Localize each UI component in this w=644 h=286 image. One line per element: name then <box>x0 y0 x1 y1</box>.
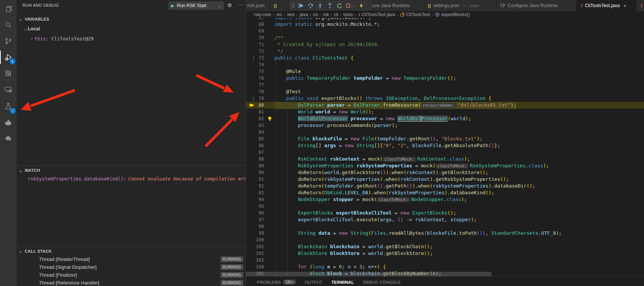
gutter-glyph-margin[interactable] <box>246 109 255 115</box>
gutter-glyph-margin[interactable] <box>246 210 255 216</box>
code-text[interactable]: NodeStopper stopper = mock(classToMock:N… <box>274 196 467 203</box>
code-line-95[interactable]: 95 <box>246 203 644 210</box>
gutter-glyph-margin[interactable] <box>246 122 255 129</box>
close-icon[interactable]: × <box>623 3 626 9</box>
code-line-73[interactable]: )73public class CliToolsTest { <box>246 55 644 61</box>
code-line-67[interactable]: 67import static org.junit.Assert.*; <box>246 18 644 21</box>
gutter-glyph-margin[interactable] <box>246 34 255 41</box>
code-text[interactable]: import static org.mockito.Mockito.*; <box>274 21 380 28</box>
code-line-79[interactable]: )79 public void exportBlocks() throws IO… <box>246 95 644 102</box>
gutter-glyph-margin[interactable] <box>246 169 255 176</box>
code-line-78[interactable]: 78 @Test <box>246 88 644 95</box>
gutter-glyph-margin[interactable] <box>246 264 255 270</box>
test-explorer-icon-item[interactable] <box>0 98 16 115</box>
code-line-69[interactable]: 69 <box>246 28 644 34</box>
code-text[interactable]: String data = new String(Files.readAllBy… <box>274 230 562 237</box>
call-stack-section-header[interactable]: ⌄ CALL STACK <box>16 247 246 255</box>
gutter-glyph-margin[interactable] <box>246 189 255 196</box>
code-line-70[interactable]: 70/** <box>246 34 644 41</box>
code-line-81[interactable]: 81 World world = new World(); <box>246 109 644 115</box>
horizontal-scrollbar[interactable] <box>246 272 492 276</box>
code-text[interactable]: import static org.junit.Assert.*; <box>274 18 371 21</box>
gradle-icon-item[interactable] <box>0 130 16 147</box>
fold-marker-icon[interactable]: ) <box>246 95 255 102</box>
stop-dropdown-chevron-icon[interactable]: ⌄ <box>352 4 356 7</box>
code-line-72[interactable]: 72 */ <box>246 48 644 55</box>
breadcrumb-item[interactable]: JCliToolsTest.java <box>358 12 395 17</box>
code-text[interactable]: World world = new World(); <box>274 109 374 115</box>
code-text[interactable]: RskContext rskContext = mock(classToMock… <box>274 156 470 163</box>
tab-overflow-java[interactable]: J <box>637 0 644 11</box>
code-text[interactable]: doReturn(DbKind.LEVEL_DB).when(rskSystem… <box>274 189 494 196</box>
breadcrumb-item[interactable]: cli <box>334 12 338 17</box>
variables-scope-local[interactable]: ⌄ Local <box>16 25 246 33</box>
breadcrumb-item[interactable]: CliToolsTest <box>400 12 430 17</box>
code-text[interactable]: doReturn(tempFolder.getRoot().getPath())… <box>274 183 535 189</box>
gear-icon[interactable]: ⚙ <box>227 2 232 8</box>
gutter-glyph-margin[interactable] <box>246 18 255 21</box>
code-text[interactable]: */ <box>274 48 283 55</box>
code-line-99[interactable]: 99 String data = new String(Files.readAl… <box>246 230 644 237</box>
code-text[interactable]: @Rule <box>274 68 301 75</box>
gutter-glyph-margin[interactable] <box>246 257 255 264</box>
code-line-85[interactable]: 85 File blocksFile = new File(tempFolder… <box>246 136 644 142</box>
code-text[interactable]: DslParser parser = DslParser.fromResourc… <box>274 102 516 109</box>
panel-tab-output[interactable]: OUTPUT <box>305 279 323 285</box>
code-text[interactable]: public TemporaryFolder tempFolder = new … <box>274 75 456 82</box>
gutter-glyph-margin[interactable] <box>246 243 255 250</box>
panel-tab-terminal[interactable]: TERMINAL <box>331 279 354 285</box>
code-text[interactable]: RskSystemProperties rskSystemProperties … <box>274 162 549 170</box>
gutter-glyph-margin[interactable] <box>246 129 255 136</box>
code-line-96[interactable]: 96 ExportBlocks exportBlocksCliTool = ne… <box>246 210 644 216</box>
gutter-glyph-margin[interactable] <box>246 250 255 257</box>
gutter-glyph-margin[interactable] <box>246 88 255 95</box>
code-line-74[interactable]: 74 <box>246 61 644 68</box>
docker-icon-item[interactable] <box>0 114 16 131</box>
gutter-glyph-margin[interactable] <box>246 149 255 156</box>
gutter-glyph-margin[interactable] <box>246 68 255 75</box>
code-text[interactable]: doReturn(world.getBlockStore()).when(rsk… <box>274 169 488 176</box>
gutter-glyph-margin[interactable] <box>246 136 255 142</box>
restart-icon[interactable] <box>335 1 344 10</box>
code-line-104[interactable]: 104 for (long n = 0; n < 3; n++) { <box>246 264 644 270</box>
gutter-glyph-margin[interactable] <box>246 156 255 162</box>
code-line-98[interactable]: 98 <box>246 223 644 230</box>
code-text[interactable]: exportBlocksCliTool.execute(args, () -> … <box>274 216 477 223</box>
code-line-76[interactable]: 76 public TemporaryFolder tempFolder = n… <box>246 75 644 82</box>
code-line-94[interactable]: 94 NodeStopper stopper = mock(classToMoc… <box>246 196 644 203</box>
code-text[interactable]: @Test <box>274 88 301 95</box>
tab-configure-java-runtime-2[interactable]: Configure Java Runtime <box>496 0 577 11</box>
breadcrumb-item[interactable]: exportBlocks() <box>435 12 470 17</box>
remote-explorer-icon-item[interactable] <box>0 81 16 98</box>
code-line-75[interactable]: 75 @Rule <box>246 68 644 75</box>
code-editor[interactable]: 67import static org.junit.Assert.*;68imp… <box>246 18 644 276</box>
code-line-100[interactable]: 100 <box>246 237 644 243</box>
call-stack-thread-row[interactable]: Thread [Finalizer]RUNNING <box>16 271 246 279</box>
panel-tab-debug-console[interactable]: DEBUG CONSOLE <box>363 279 401 285</box>
code-line-82[interactable]: 82 WorldDslProcessor processor = new Wor… <box>246 115 644 122</box>
step-into-icon[interactable] <box>316 1 325 10</box>
gutter-glyph-margin[interactable] <box>246 176 255 183</box>
launch-config-dropdown[interactable]: ▶ Run RSK Start ⌄ <box>168 1 224 10</box>
panel-tab-problems[interactable]: PROBLEMS 1K+ <box>257 278 296 285</box>
gutter-glyph-margin[interactable] <box>246 223 255 230</box>
gutter-glyph-margin[interactable] <box>246 142 255 149</box>
gutter-glyph-margin[interactable] <box>246 115 255 122</box>
gutter-glyph-margin[interactable] <box>246 216 255 223</box>
drag-grip-icon[interactable] <box>291 1 295 10</box>
breadcrumb-item[interactable]: src <box>276 12 282 17</box>
source-control-icon-item[interactable] <box>0 33 16 49</box>
code-line-83[interactable]: 83 processor.processCommands(parser); <box>246 122 644 129</box>
code-text[interactable]: processor.processCommands(parser); <box>274 122 398 129</box>
more-actions-icon[interactable]: ··· <box>237 1 244 7</box>
gutter-glyph-margin[interactable] <box>246 230 255 237</box>
code-line-101[interactable]: 101 Blockchain blockchain = world.getBlo… <box>246 243 644 250</box>
breadcrumb-item[interactable]: java <box>300 12 308 17</box>
code-text[interactable]: WorldDslProcessor processor = new WorldD… <box>274 115 471 122</box>
code-line-91[interactable]: 91 doReturn(rskSystemProperties).when(rs… <box>246 176 644 183</box>
breadcrumb-item[interactable]: co <box>313 12 318 17</box>
code-text[interactable]: String[] args = new String[]{"0", "2", b… <box>274 142 500 149</box>
extensions-icon-item[interactable] <box>0 65 16 82</box>
tab-launch-json[interactable]: nch.json <box>246 0 270 11</box>
variables-section-header[interactable]: ⌄ VARIABLES <box>16 15 246 23</box>
